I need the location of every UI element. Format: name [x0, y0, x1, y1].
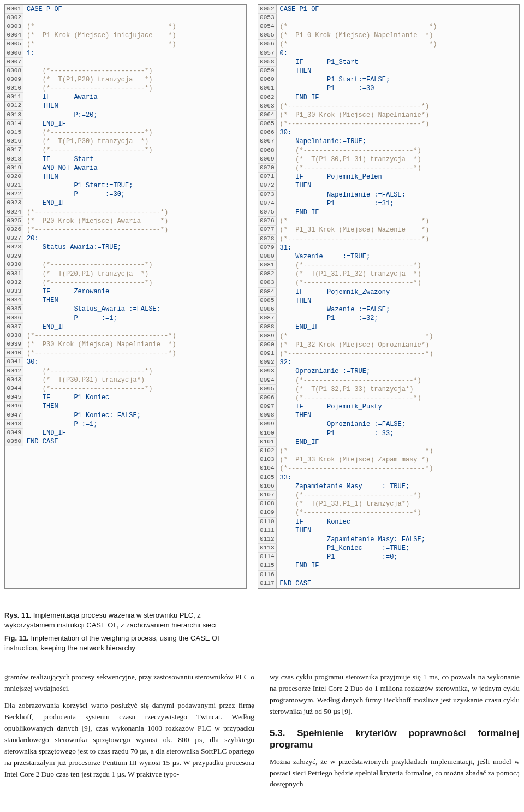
- code-line: 0103(* P1_33 Krok (Miejsce) Zapam masy *…: [258, 455, 519, 464]
- code-line: 0064(* P1_30 Krok (Miejsce) Napelnianie*…: [258, 111, 519, 120]
- line-number: 0109: [258, 508, 277, 517]
- code-line: 0083 (*----------------------------*): [258, 278, 519, 287]
- line-number: 0035: [5, 305, 23, 313]
- code-text: (* T(P1_33,P1_1) tranzycja*): [277, 500, 519, 508]
- code-line: 0117END_CASE: [258, 579, 519, 588]
- line-number: 0030: [5, 260, 23, 269]
- code-text: (* *): [277, 332, 519, 341]
- code-text: (*----------------------------*): [277, 508, 519, 517]
- code-line: 0072 THEN: [258, 181, 519, 190]
- code-line: 0109 (*----------------------------*): [258, 508, 519, 517]
- code-line: 0115 END_IF: [258, 561, 519, 570]
- code-line: 0048 P :=1;: [5, 420, 246, 429]
- line-number: 0013: [5, 111, 23, 120]
- code-text: [277, 571, 519, 579]
- line-number: 0021: [5, 181, 23, 190]
- code-text: END_IF: [23, 429, 246, 437]
- code-text: P :=1;: [23, 314, 246, 323]
- code-text: IF Pojemnik_Pelen: [277, 173, 519, 181]
- code-text: (* P30 Krok (Miejsce) Napelnianie *): [23, 340, 246, 349]
- code-text: (* P1_33 Krok (Miejsce) Zapam masy *): [277, 455, 519, 464]
- line-number: 0093: [258, 367, 277, 376]
- code-line: 0093 Oproznianie :=TRUE;: [258, 367, 519, 376]
- code-text: (* T(P30,P31) tranzycja*): [23, 376, 246, 384]
- line-number: 0102: [258, 447, 277, 455]
- code-text: (* T(P1_32,P1_33) tranzycja*): [277, 385, 519, 394]
- code-text: P1 :=30: [277, 84, 519, 93]
- caption-text-pl: Implementacja procesu ważenia w sterowni…: [4, 611, 217, 629]
- code-text: (*------------------------*): [23, 367, 246, 376]
- code-line: 0085 THEN: [258, 297, 519, 305]
- code-text: P1_Koniec:=FALSE;: [23, 411, 246, 420]
- code-line: 0033 IF Zerowanie: [5, 287, 246, 296]
- line-number: 0014: [5, 120, 23, 128]
- code-line: 0046 THEN: [5, 402, 246, 411]
- code-text: (*----------------------------*): [277, 146, 519, 155]
- code-line: 006630:: [258, 128, 519, 137]
- code-text: (* *): [277, 217, 519, 226]
- code-line: 0080 Wazenie :=TRUE;: [258, 252, 519, 261]
- code-line: 0068 (*----------------------------*): [258, 146, 519, 155]
- code-line: 0095 (* T(P1_32,P1_33) tranzycja*): [258, 385, 519, 394]
- code-text: IF Zerowanie: [23, 287, 246, 296]
- code-text: END_IF: [277, 208, 519, 217]
- code-line: 0038(*----------------------------------…: [5, 331, 246, 340]
- code-line: 0107 (*----------------------------*): [258, 491, 519, 500]
- code-line: 0114 P1 :=0;: [258, 553, 519, 561]
- code-text: IF Pojemnik_Zwazony: [277, 288, 519, 297]
- code-line: 0073 Napelnianie :=FALSE;: [258, 191, 519, 199]
- code-text: END_IF: [277, 323, 519, 331]
- code-line: 0101 END_IF: [258, 438, 519, 447]
- line-number: 0088: [258, 323, 277, 331]
- code-text: (*------------------------*): [23, 278, 246, 287]
- line-number: 0019: [5, 164, 23, 173]
- line-number: 0114: [258, 553, 277, 561]
- line-number: 0084: [258, 288, 277, 297]
- code-text: THEN: [23, 296, 246, 305]
- code-text: AND NOT Awaria: [23, 164, 246, 173]
- code-text: END_IF: [277, 93, 519, 102]
- line-number: 0078: [258, 235, 277, 244]
- line-number: 0081: [258, 261, 277, 270]
- code-line: 0021 P1_Start:=TRUE;: [5, 181, 246, 190]
- code-line: 0022 P :=30;: [5, 190, 246, 199]
- code-text: P1_Start:=TRUE;: [23, 181, 246, 190]
- code-text: Zapamietanie_Masy :=TRUE;: [277, 482, 519, 491]
- line-number: 0112: [258, 535, 277, 544]
- code-text: (*--------------------------------*): [23, 208, 246, 217]
- code-line: 0008 (*------------------------*): [5, 67, 246, 75]
- caption-text-en: Implementation of the weighing process, …: [4, 634, 222, 652]
- code-text: P1 :=0;: [277, 553, 519, 561]
- code-text: IF Pojemnik_Pusty: [277, 402, 519, 411]
- code-line: 0089(* *): [258, 332, 519, 341]
- code-text: END_IF: [277, 438, 519, 447]
- code-line: 0028 Status_Awaria:=TRUE;: [5, 243, 246, 252]
- code-text: (*-----------------------------------*): [277, 464, 519, 473]
- code-text: THEN: [277, 297, 519, 305]
- code-text: IF Start: [23, 155, 246, 164]
- line-number: 0060: [258, 75, 277, 84]
- code-line: 0098 THEN: [258, 411, 519, 420]
- code-text: (* P1_30 Krok (Miejsce) Napelnianie*): [277, 111, 519, 120]
- code-line: 009232:: [258, 358, 519, 367]
- code-line: 0086 Wazenie :=FALSE;: [258, 305, 519, 314]
- body-paragraph: Dla zobrazowania korzyści warto posłużyć…: [4, 700, 254, 780]
- code-text: END_CASE: [23, 437, 246, 446]
- code-line: 0040(*----------------------------------…: [5, 349, 246, 358]
- code-text: THEN: [277, 411, 519, 420]
- body-columns: gramów realizujących procesy sekwencyjne…: [4, 672, 520, 796]
- line-number: 0091: [258, 349, 277, 358]
- line-number: 0020: [5, 173, 23, 181]
- code-text: Oproznianie :=FALSE;: [277, 420, 519, 429]
- code-line: 0045 IF P1_Koniec: [5, 393, 246, 402]
- code-line: 0071 IF Pojemnik_Pelen: [258, 173, 519, 181]
- code-line: 00061:: [5, 49, 246, 58]
- line-number: 0103: [258, 455, 277, 464]
- code-text: (* T(P1_31,P1_32) tranzycja *): [277, 270, 519, 278]
- code-line: 0106 Zapamietanie_Masy :=TRUE;: [258, 482, 519, 491]
- code-line: 0088 END_IF: [258, 323, 519, 331]
- code-line: 0049 END_IF: [5, 429, 246, 437]
- code-line: 0020 THEN: [5, 173, 246, 181]
- code-text: 1:: [23, 49, 246, 58]
- code-text: (* T(P1_30,P1_31) tranzycja *): [277, 155, 519, 164]
